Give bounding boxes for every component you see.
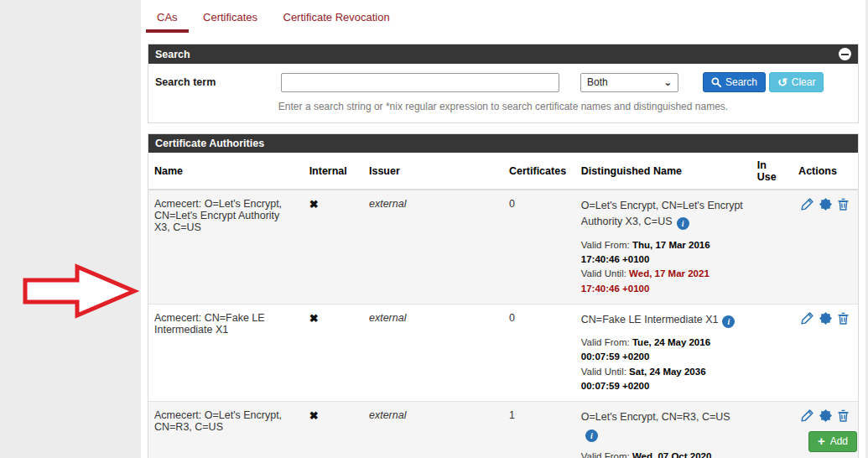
ca-internal: ✖ bbox=[304, 190, 363, 304]
red-arrow-annotation bbox=[15, 258, 141, 324]
col-certificates: Certificates bbox=[503, 153, 575, 190]
col-in-use: In Use bbox=[751, 153, 793, 190]
ca-certificates-count: 1 bbox=[503, 402, 575, 458]
ca-issuer: external bbox=[363, 190, 503, 304]
tab-certificates[interactable]: Certificates bbox=[192, 5, 268, 29]
ca-distinguished-name: CN=Fake LE Intermediate X1i Valid From: … bbox=[575, 304, 751, 401]
search-panel: Search Search term Both ⌄ bbox=[148, 44, 859, 123]
search-panel-title: Search bbox=[155, 49, 190, 60]
ca-internal: ✖ bbox=[304, 402, 363, 458]
ca-issuer: external bbox=[363, 304, 503, 401]
search-icon bbox=[711, 77, 721, 87]
x-mark-icon: ✖ bbox=[309, 198, 319, 211]
tab-cas[interactable]: CAs bbox=[146, 5, 189, 33]
valid-until: Valid Until: Sat, 24 May 2036 00:07:59 +… bbox=[581, 365, 746, 394]
chevron-down-icon: ⌄ bbox=[664, 77, 672, 88]
add-button-label: Add bbox=[830, 435, 848, 447]
ca-name: Acmecert: CN=Fake LE Intermediate X1 bbox=[148, 304, 304, 401]
ca-table-body: Acmecert: O=Let's Encrypt, CN=Let's Encr… bbox=[148, 190, 858, 458]
ca-internal: ✖ bbox=[304, 304, 363, 401]
valid-until: Valid Until: Wed, 17 Mar 2021 17:40:46 +… bbox=[581, 267, 746, 296]
info-icon[interactable]: i bbox=[722, 315, 735, 328]
search-panel-header: Search bbox=[148, 44, 858, 64]
edit-icon[interactable] bbox=[801, 312, 813, 325]
ca-in-use bbox=[751, 402, 793, 458]
tab-certificate-revocation[interactable]: Certificate Revocation bbox=[273, 5, 401, 29]
info-icon[interactable]: i bbox=[677, 217, 689, 230]
table-header-row: Name Internal Issuer Certificates Distin… bbox=[148, 153, 858, 190]
search-scope-select[interactable]: Both ⌄ bbox=[580, 73, 678, 92]
ca-issuer: external bbox=[363, 402, 503, 458]
ca-actions bbox=[793, 190, 858, 304]
table-row: Acmecert: O=Let's Encrypt, CN=Let's Encr… bbox=[148, 190, 858, 304]
clear-button-label: Clear bbox=[792, 76, 816, 88]
col-issuer: Issuer bbox=[363, 153, 503, 190]
x-mark-icon: ✖ bbox=[309, 312, 319, 325]
delete-icon[interactable] bbox=[837, 312, 850, 325]
search-term-label: Search term bbox=[155, 76, 281, 88]
collapse-icon[interactable] bbox=[839, 48, 851, 60]
ca-name: Acmecert: O=Let's Encrypt, CN=Let's Encr… bbox=[148, 190, 304, 304]
export-certificate-icon[interactable] bbox=[819, 198, 832, 211]
search-button-label: Search bbox=[725, 76, 757, 88]
ca-in-use bbox=[751, 304, 793, 401]
search-input[interactable] bbox=[281, 73, 559, 92]
col-dn: Distinguished Name bbox=[575, 153, 751, 190]
edit-icon[interactable] bbox=[801, 409, 813, 422]
ca-table: Name Internal Issuer Certificates Distin… bbox=[148, 153, 858, 458]
valid-from: Valid From: Tue, 24 May 2016 00:07:59 +0… bbox=[581, 336, 746, 365]
search-scope-value: Both bbox=[587, 76, 608, 88]
search-button[interactable]: Search bbox=[703, 72, 766, 92]
col-internal: Internal bbox=[304, 153, 363, 190]
delete-icon[interactable] bbox=[837, 198, 850, 211]
content-area: CAs Certificates Certificate Revocation … bbox=[141, 0, 865, 458]
clear-button[interactable]: ↺ Clear bbox=[769, 72, 824, 92]
search-panel-body: Search term Both ⌄ Search ↺ bbox=[148, 64, 858, 122]
search-help-text: Enter a search string or *nix regular ex… bbox=[155, 101, 851, 112]
export-certificate-icon[interactable] bbox=[819, 312, 832, 325]
ca-certificates-count: 0 bbox=[503, 304, 575, 401]
page: CAs Certificates Certificate Revocation … bbox=[0, 0, 868, 458]
ca-distinguished-name: O=Let's Encrypt, CN=Let's Encrypt Author… bbox=[575, 190, 751, 304]
table-row: Acmecert: CN=Fake LE Intermediate X1 ✖ e… bbox=[148, 304, 858, 401]
ca-name: Acmecert: O=Let's Encrypt, CN=R3, C=US bbox=[148, 402, 304, 458]
undo-icon: ↺ bbox=[777, 78, 787, 86]
col-actions: Actions bbox=[793, 153, 858, 190]
add-button[interactable]: + Add bbox=[808, 431, 857, 452]
ca-panel: Certificate Authorities Name Internal Is… bbox=[148, 133, 859, 458]
valid-from: Valid From: Wed, 07 Oct 2020 21:21:40 +0… bbox=[581, 450, 746, 458]
tab-bar: CAs Certificates Certificate Revocation bbox=[141, 0, 865, 34]
valid-from: Valid From: Thu, 17 Mar 2016 17:40:46 +0… bbox=[581, 238, 746, 268]
ca-panel-header: Certificate Authorities bbox=[148, 134, 858, 153]
col-name: Name bbox=[148, 153, 304, 190]
table-row: Acmecert: O=Let's Encrypt, CN=R3, C=US ✖… bbox=[148, 402, 858, 458]
ca-certificates-count: 0 bbox=[503, 190, 575, 304]
info-icon[interactable]: i bbox=[585, 429, 598, 442]
ca-distinguished-name: O=Let's Encrypt, CN=R3, C=USi Valid From… bbox=[575, 402, 751, 458]
ca-panel-title: Certificate Authorities bbox=[155, 138, 264, 149]
ca-in-use bbox=[751, 190, 793, 304]
delete-icon[interactable] bbox=[837, 409, 850, 422]
ca-actions bbox=[793, 304, 858, 401]
edit-icon[interactable] bbox=[801, 198, 813, 211]
plus-icon: + bbox=[818, 437, 825, 445]
export-certificate-icon[interactable] bbox=[819, 409, 832, 422]
x-mark-icon: ✖ bbox=[309, 409, 319, 422]
